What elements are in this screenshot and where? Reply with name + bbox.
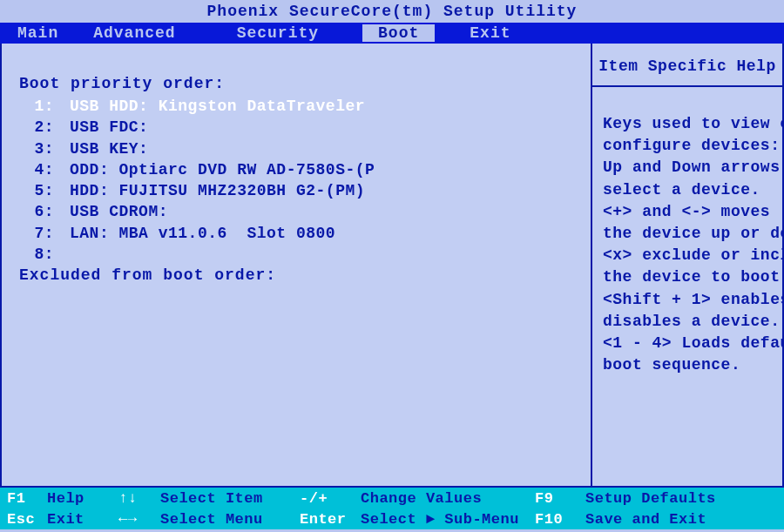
boot-item-num: 1: [19,96,70,117]
label-select-submenu: Select ► Sub-Menu [361,511,535,528]
label-change-values: Change Values [361,490,535,507]
help-line: select a device. [603,179,775,201]
help-line: <x> exclude or include [603,245,775,266]
help-line: Up and Down arrows [603,157,775,178]
help-line: <Shift + 1> enables or [603,289,775,311]
boot-item-num: 3: [19,138,70,159]
boot-item-text: USB FDC: [70,117,148,138]
menu-bar: Main Advanced Security Boot Exit [0,23,784,44]
key-plusminus: -/+ [300,490,361,507]
boot-item-num: 6: [19,201,70,222]
label-help: Help [47,490,118,507]
help-panel: Item Specific Help Keys used to view orc… [592,44,784,488]
boot-item-num: 7: [19,223,70,244]
key-esc: Esc [0,511,47,528]
key-f9: F9 [535,490,585,507]
menu-boot[interactable]: Boot [362,24,435,42]
help-line: disables a device. [603,311,775,333]
boot-item-text: USB CDROM: [70,201,168,222]
help-line: <+> and <-> moves [603,201,775,223]
boot-item-num: 8: [19,244,70,265]
boot-list[interactable]: 1:USB HDD: Kingston DataTraveler2:USB FD… [19,96,582,265]
arrows-leftright-icon: ←→ [118,511,160,528]
boot-item-num: 5: [19,180,70,201]
boot-item-3[interactable]: 3:USB KEY: [19,138,582,159]
label-save-exit: Save and Exit [585,511,784,528]
label-select-menu: Select Menu [160,511,300,528]
boot-item-text: USB HDD: Kingston DataTraveler [70,96,365,117]
help-body: Keys used to view orconfigure devices:Up… [592,87,782,383]
boot-item-text: HDD: FUJITSU MHZ2320BH G2-(PM) [70,180,365,201]
boot-item-8[interactable]: 8: [19,244,582,265]
boot-item-2[interactable]: 2:USB FDC: [19,117,582,138]
boot-item-1[interactable]: 1:USB HDD: Kingston DataTraveler [19,96,582,117]
boot-order-title: Boot priority order: [19,75,582,92]
title-bar: Phoenix SecureCore(tm) Setup Utility [0,0,784,23]
boot-item-6[interactable]: 6:USB CDROM: [19,201,582,222]
key-enter: Enter [300,511,361,528]
boot-item-num: 2: [19,117,70,138]
boot-item-7[interactable]: 7:LAN: MBA v11.0.6 Slot 0800 [19,223,582,244]
key-f1: F1 [0,490,47,507]
help-header: Item Specific Help [592,44,782,87]
help-line: the device to boot. [603,266,775,288]
label-setup-defaults: Setup Defaults [585,490,784,507]
help-line: boot sequence. [603,354,775,376]
boot-item-num: 4: [19,159,70,180]
help-line: the device up or down. [603,223,775,245]
boot-item-text: USB KEY: [70,138,148,159]
label-select-item: Select Item [160,490,300,507]
help-line: configure devices: [603,135,775,157]
key-f10: F10 [535,511,585,528]
main-area: Boot priority order: 1:USB HDD: Kingston… [0,44,784,488]
menu-security[interactable]: Security [220,24,336,42]
menu-main[interactable]: Main [0,24,76,42]
label-exit: Exit [47,511,118,528]
footer-row-1: F1 Help ↑↓ Select Item -/+ Change Values… [0,488,784,508]
footer: F1 Help ↑↓ Select Item -/+ Change Values… [0,488,784,529]
help-line: <1 - 4> Loads default [603,333,775,354]
menu-exit[interactable]: Exit [452,24,528,42]
menu-advanced[interactable]: Advanced [76,24,193,42]
boot-panel: Boot priority order: 1:USB HDD: Kingston… [0,44,592,488]
boot-item-4[interactable]: 4:ODD: Optiarc DVD RW AD-7580S-(P [19,159,582,180]
boot-item-text: LAN: MBA v11.0.6 Slot 0800 [70,223,335,244]
boot-item-text: ODD: Optiarc DVD RW AD-7580S-(P [70,159,375,180]
excluded-label: Excluded from boot order: [19,266,582,284]
footer-row-2: Esc Exit ←→ Select Menu Enter Select ► S… [0,508,784,529]
boot-item-5[interactable]: 5:HDD: FUJITSU MHZ2320BH G2-(PM) [19,180,582,201]
arrows-updown-icon: ↑↓ [118,490,160,507]
help-line: Keys used to view or [603,113,775,135]
